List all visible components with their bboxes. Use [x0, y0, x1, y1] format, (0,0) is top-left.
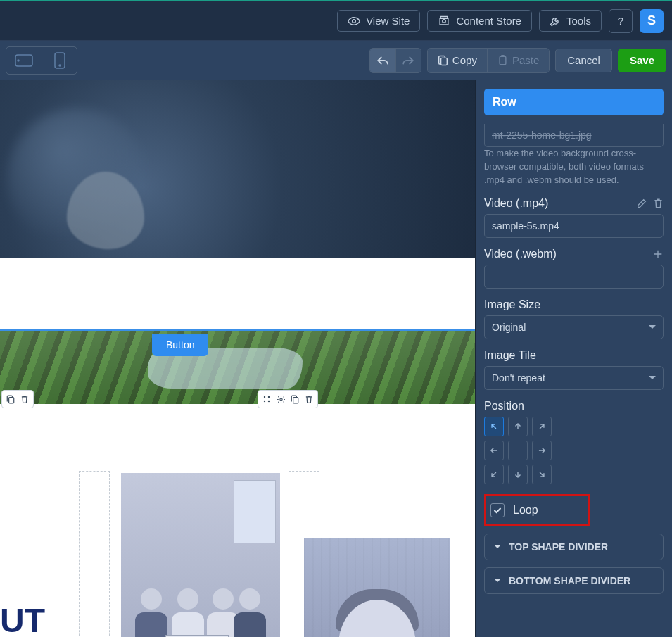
- chevron-down-icon: [493, 544, 502, 550]
- position-top-right[interactable]: [532, 417, 552, 436]
- redo-icon: [402, 56, 414, 65]
- placeholder-image-team[interactable]: [121, 473, 280, 637]
- app-header: View Site Content Store Tools ? S: [0, 1, 672, 41]
- arrow-up-left-icon: [489, 422, 499, 431]
- position-bottom-right[interactable]: [532, 465, 552, 484]
- svg-rect-8: [9, 397, 14, 403]
- loop-checkbox[interactable]: [490, 503, 505, 517]
- plus-icon[interactable]: [652, 248, 664, 260]
- undo-icon: [376, 56, 389, 65]
- settings-button[interactable]: [274, 392, 288, 406]
- video-webm-input[interactable]: [484, 265, 664, 289]
- svg-point-10: [268, 396, 270, 398]
- position-left[interactable]: [484, 441, 504, 460]
- panel-title: Row: [484, 89, 664, 115]
- editor-toolbar: Copy Paste Cancel Save: [0, 41, 672, 80]
- copy-button[interactable]: Copy: [428, 49, 487, 72]
- position-grid: [484, 417, 664, 484]
- properties-panel: Row mt-2255-home-bg1.jpg To make the vid…: [475, 80, 672, 637]
- placeholder-image-portrait[interactable]: [304, 538, 450, 637]
- copy-icon: [438, 55, 448, 66]
- landscape-icon: [15, 54, 33, 67]
- position-bottom[interactable]: [508, 465, 528, 484]
- element-label-button[interactable]: Button: [152, 334, 208, 356]
- duplicate-button-2[interactable]: [288, 392, 302, 406]
- svg-point-3: [18, 60, 19, 61]
- editor-canvas[interactable]: Button UT: [0, 80, 475, 637]
- viewport-mobile-button[interactable]: [42, 47, 77, 74]
- image-tile-label: Image Tile: [484, 349, 536, 362]
- position-top-left[interactable]: [484, 417, 504, 436]
- viewport-desktop-button[interactable]: [6, 47, 42, 74]
- svg-point-11: [264, 401, 265, 402]
- svg-rect-14: [293, 397, 298, 403]
- element-mini-toolbar-right: [258, 390, 318, 408]
- position-top[interactable]: [508, 417, 528, 436]
- arrow-down-left-icon: [489, 469, 499, 479]
- svg-point-13: [279, 398, 281, 400]
- svg-rect-7: [500, 56, 506, 65]
- arrow-up-right-icon: [537, 422, 547, 431]
- loop-label: Loop: [513, 504, 538, 517]
- portrait-icon: [54, 52, 65, 69]
- content-store-button[interactable]: Content Store: [427, 10, 532, 32]
- video-mp4-label: Video (.mp4): [484, 197, 548, 210]
- arrow-down-icon: [513, 469, 523, 479]
- arrow-left-icon: [489, 446, 499, 455]
- duplicate-button[interactable]: [4, 392, 18, 406]
- position-label: Position: [484, 400, 524, 412]
- trash-icon: [305, 395, 313, 404]
- tools-button[interactable]: Tools: [539, 10, 602, 32]
- copy-icon: [291, 395, 299, 404]
- position-center[interactable]: [508, 441, 528, 460]
- wrench-icon: [550, 15, 561, 27]
- bottom-shape-divider-accordion[interactable]: BOTTOM SHAPE DIVIDER: [484, 567, 664, 594]
- trash-icon[interactable]: [653, 198, 664, 209]
- question-icon: ?: [618, 15, 623, 27]
- drag-button[interactable]: [260, 392, 274, 406]
- paste-button[interactable]: Paste: [487, 49, 549, 72]
- column-guide: [79, 471, 110, 637]
- delete-button-2[interactable]: [302, 392, 316, 406]
- image-size-label: Image Size: [484, 298, 540, 311]
- svg-point-1: [443, 19, 445, 22]
- gear-icon: [277, 395, 286, 404]
- loop-highlight: Loop: [484, 494, 590, 526]
- arrow-up-icon: [513, 422, 523, 431]
- viewport-toggle: [6, 46, 77, 75]
- redo-button[interactable]: [395, 49, 421, 72]
- arrow-right-icon: [537, 446, 547, 455]
- undo-button[interactable]: [370, 49, 395, 72]
- user-avatar[interactable]: S: [640, 9, 664, 33]
- svg-point-12: [268, 401, 270, 402]
- position-bottom-left[interactable]: [484, 465, 504, 484]
- svg-point-9: [264, 396, 265, 398]
- delete-button[interactable]: [18, 392, 32, 406]
- image-size-select[interactable]: Original: [484, 315, 664, 339]
- position-right[interactable]: [532, 441, 552, 460]
- view-site-button[interactable]: View Site: [337, 10, 420, 32]
- store-icon: [438, 15, 450, 27]
- cancel-button[interactable]: Cancel: [555, 49, 612, 72]
- undo-redo-group: [369, 48, 421, 73]
- about-heading-fragment: UT: [0, 601, 45, 637]
- drag-icon: [262, 395, 271, 403]
- element-mini-toolbar-left: [1, 390, 34, 408]
- edit-icon[interactable]: [636, 198, 647, 209]
- video-mp4-input[interactable]: sample-5s.mp4: [484, 214, 664, 238]
- image-file-input[interactable]: mt-2255-home-bg1.jpg: [484, 124, 664, 147]
- trash-icon: [20, 395, 29, 404]
- image-tile-select[interactable]: Don't repeat: [484, 366, 664, 390]
- svg-point-5: [59, 65, 61, 66]
- svg-point-0: [353, 19, 356, 23]
- chevron-down-icon: [493, 578, 502, 584]
- video-help-text: To make the video background cross-brows…: [484, 147, 664, 187]
- top-shape-divider-accordion[interactable]: TOP SHAPE DIVIDER: [484, 534, 664, 560]
- check-icon: [493, 507, 502, 514]
- copy-icon: [6, 395, 15, 404]
- eye-icon: [348, 16, 360, 26]
- save-button[interactable]: Save: [618, 49, 666, 72]
- hero-video-region: [0, 80, 475, 258]
- copy-paste-group: Copy Paste: [427, 48, 550, 73]
- help-button[interactable]: ?: [609, 9, 633, 33]
